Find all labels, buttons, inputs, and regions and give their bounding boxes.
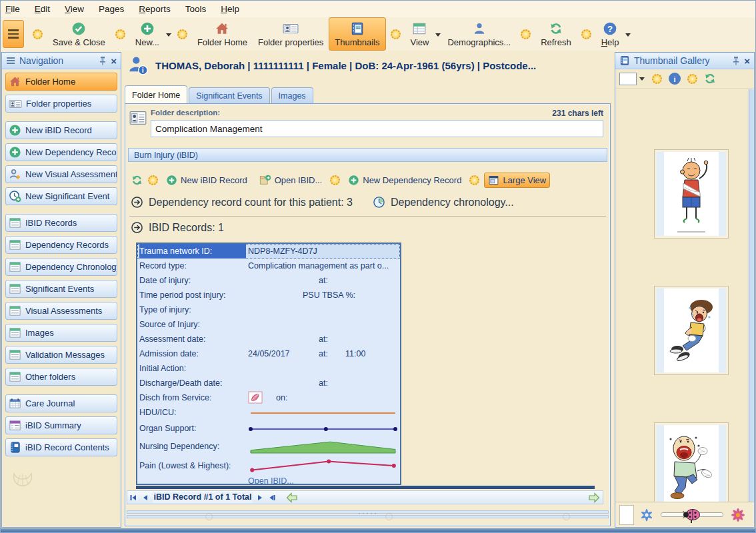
scroll-left-arrow[interactable] — [286, 492, 298, 506]
sidebar-item-validation-messages[interactable]: Validation Messages — [5, 346, 117, 364]
background-swatch-button[interactable] — [619, 73, 637, 85]
sidebar-item-ibid-records[interactable]: IBID Records — [5, 214, 117, 232]
tab-folder-home[interactable]: Folder Home — [125, 85, 187, 104]
new-dropdown-caret[interactable] — [166, 33, 171, 37]
sidebar-item-visual-assessments[interactable]: Visual Assessments — [5, 302, 117, 320]
sidebar-item-care-journal[interactable]: Care Journal — [5, 394, 117, 412]
scroll-right-arrow[interactable] — [588, 492, 600, 506]
record-row-source-of-injury[interactable]: Source of Injury: — [137, 317, 400, 332]
zoom-in-flower-icon[interactable] — [730, 507, 746, 523]
refresh-icon — [549, 21, 563, 36]
tab-significant-events[interactable]: Significant Events — [189, 87, 269, 104]
hamburger-menu-button[interactable] — [3, 20, 24, 48]
sidebar-item-new-dependency-record[interactable]: New Dependency Record — [5, 143, 117, 161]
new-ibid-record-button[interactable]: New iBID Record — [163, 173, 251, 187]
sidebar-item-dependency-records[interactable]: Dependency Records — [5, 236, 117, 254]
sidebar-item-new-significant-event[interactable]: New Significant Event — [5, 187, 117, 205]
record-row-assessment-date[interactable]: Assessment date: at: — [137, 332, 400, 346]
close-icon[interactable]: × — [111, 56, 117, 66]
large-view-button[interactable]: Large View — [484, 173, 550, 188]
record-row-initial-action[interactable]: Initial Action: — [137, 361, 400, 376]
menu-edit[interactable]: Edit — [35, 4, 50, 14]
close-icon[interactable]: × — [744, 56, 750, 66]
burn-injury-section-header[interactable]: Burn Injury (iBID) — [128, 148, 607, 162]
next-record-button[interactable] — [254, 492, 266, 503]
record-row-discharge-death-date[interactable]: Discharge/Death date: at: — [137, 376, 400, 390]
record-row-record-type[interactable]: Record type: Complication management as … — [137, 259, 400, 273]
tab-images[interactable]: Images — [271, 87, 313, 104]
ibid-record-card[interactable]: Trauma network ID: NDP8-MZFY-4D7J Record… — [136, 243, 401, 485]
record-row-hdu-icu[interactable]: HDU/ICU: — [137, 405, 400, 421]
sidebar-item-folder-home[interactable]: Folder Home — [5, 73, 117, 91]
record-row-date-of-injury[interactable]: Date of injury: at: — [137, 273, 400, 288]
new-button[interactable]: New... — [130, 18, 165, 50]
sidebar-item-significant-events[interactable]: Significant Events — [5, 280, 117, 298]
view-dropdown-caret[interactable] — [435, 33, 441, 37]
help-button[interactable]: ? Help — [596, 18, 625, 50]
horizontal-splitter[interactable]: ····· — [127, 510, 609, 517]
plus-circle-icon — [166, 175, 177, 186]
thumbnail-3[interactable] — [654, 422, 729, 512]
menu-reports[interactable]: Reports — [139, 4, 170, 14]
save-close-button[interactable]: Save & Close — [47, 18, 111, 50]
menu-pages[interactable]: Pages — [99, 4, 124, 14]
help-dropdown-caret[interactable] — [625, 33, 631, 37]
svg-text:?: ? — [607, 23, 613, 33]
sidebar-item-ibid-record-contents[interactable]: iBID Record Contents — [5, 438, 117, 456]
first-record-button[interactable] — [127, 492, 139, 503]
info-icon[interactable]: i — [668, 72, 681, 85]
previous-record-button[interactable] — [139, 492, 151, 503]
view-button[interactable]: View — [405, 18, 435, 50]
thumbnail-1[interactable] — [654, 149, 729, 239]
sidebar-item-folder-properties[interactable]: Folder properties — [5, 95, 117, 113]
record-row-organ-support[interactable]: Organ Support: — [137, 421, 400, 437]
record-row-trauma-network-id[interactable]: Trauma network ID: NDP8-MZFY-4D7J — [137, 244, 400, 259]
menu-tools[interactable]: Tools — [185, 4, 207, 14]
thumbnails-button[interactable]: Thumbnails — [329, 17, 385, 51]
refresh-icon[interactable] — [131, 174, 143, 187]
table-icon — [9, 261, 21, 273]
folder-home-button[interactable]: Folder Home — [192, 18, 253, 50]
pin-icon[interactable] — [732, 56, 740, 65]
menu-view[interactable]: View — [65, 4, 84, 14]
record-row-time-period-post-injury[interactable]: Time period post injury: PSU TBSA %: — [137, 288, 400, 302]
ladybug-slider-thumb[interactable] — [683, 508, 701, 524]
folder-description-input[interactable] — [151, 120, 603, 137]
open-record-icon — [259, 174, 271, 186]
dependency-chronology-link[interactable]: Dependency chronology... — [391, 197, 514, 209]
sidebar-item-new-visual-assessment[interactable]: New Visual Assessment — [5, 165, 117, 183]
pin-icon[interactable] — [99, 56, 107, 65]
demographics-button[interactable]: Demographics... — [442, 18, 516, 50]
last-record-button[interactable] — [266, 492, 278, 503]
patient-info-icon: i — [127, 55, 149, 76]
open-ibid-link[interactable]: Open IBID... — [137, 476, 400, 485]
thumbnail-2[interactable] — [654, 286, 729, 375]
refresh-icon[interactable] — [703, 72, 717, 85]
calendar-icon — [9, 397, 21, 410]
arrow-circle-icon — [131, 196, 143, 209]
open-ibid-button[interactable]: Open IBID... — [256, 173, 326, 187]
folder-properties-button[interactable]: Folder properties — [253, 18, 329, 50]
zoom-out-flower-icon[interactable] — [639, 508, 654, 522]
table-icon — [9, 217, 21, 229]
gallery-scrollbar[interactable] — [749, 89, 754, 502]
refresh-button[interactable]: Refresh — [535, 18, 577, 50]
record-row-admission-date[interactable]: Admission date: 24/05/2017 at: 11:00 — [137, 346, 400, 361]
house-icon — [9, 75, 21, 88]
sidebar-item-new-ibid-record[interactable]: New iBID Record — [5, 121, 117, 139]
sidebar-item-other-folders[interactable]: Other folders — [5, 368, 117, 386]
menu-file[interactable]: File — [5, 4, 20, 14]
sidebar-item-images[interactable]: Images — [5, 324, 117, 342]
record-row-nursing-dependency[interactable]: Nursing Dependency: — [137, 437, 400, 456]
zoom-slider-track[interactable] — [661, 512, 723, 517]
record-row-disch-from-service[interactable]: Disch from Service: on: — [137, 390, 400, 405]
sidebar-item-dependency-chronology[interactable]: Dependency Chronology — [5, 258, 117, 276]
record-row-pain[interactable]: Pain (Lowest & Highest): — [137, 456, 400, 476]
hamburger-icon — [6, 57, 15, 65]
swatch-dropdown-caret[interactable] — [639, 77, 645, 81]
menu-help[interactable]: Help — [221, 4, 239, 14]
record-row-type-of-injury[interactable]: Type of injury: — [137, 302, 400, 317]
pager-label: iBID Record #1 of 1 Total — [153, 492, 253, 503]
sidebar-item-ibid-summary[interactable]: iBID Summary — [5, 416, 117, 434]
new-dependency-record-button[interactable]: New Dependency Record — [345, 173, 465, 187]
